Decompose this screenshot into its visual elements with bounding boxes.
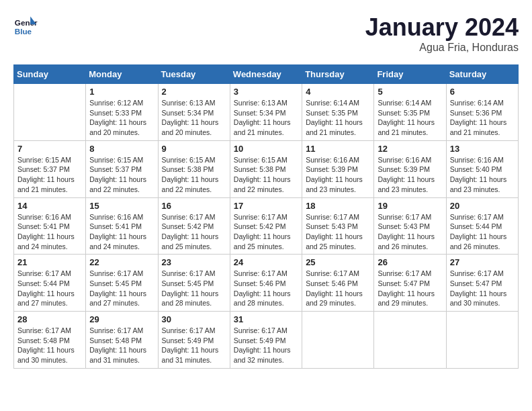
day-number: 19 [378,201,442,211]
page-header: General Blue January 2024 Agua Fria, Hon… [13,13,519,54]
day-number: 30 [162,314,226,324]
calendar-week-4: 21Sunrise: 6:17 AMSunset: 5:44 PMDayligh… [14,255,519,312]
day-number: 28 [17,314,82,324]
day-info: Sunrise: 6:16 AMSunset: 5:39 PMDaylight:… [306,155,370,195]
day-info: Sunrise: 6:17 AMSunset: 5:48 PMDaylight:… [17,326,82,365]
weekday-header-sunday: Sunday [14,65,86,84]
day-number: 5 [378,87,442,97]
day-number: 7 [17,144,82,154]
day-info: Sunrise: 6:17 AMSunset: 5:43 PMDaylight:… [378,212,442,252]
logo-icon: General Blue [13,13,38,38]
day-info: Sunrise: 6:14 AMSunset: 5:35 PMDaylight:… [306,98,370,138]
day-number: 13 [450,144,515,154]
calendar-cell: 20Sunrise: 6:17 AMSunset: 5:44 PMDayligh… [446,197,518,255]
calendar-cell [14,84,86,141]
calendar-week-3: 14Sunrise: 6:16 AMSunset: 5:41 PMDayligh… [14,197,519,255]
day-number: 11 [306,144,370,154]
calendar-week-5: 28Sunrise: 6:17 AMSunset: 5:48 PMDayligh… [14,312,519,369]
day-info: Sunrise: 6:16 AMSunset: 5:41 PMDaylight:… [89,212,154,252]
calendar-cell [302,312,374,369]
day-info: Sunrise: 6:17 AMSunset: 5:42 PMDaylight:… [234,212,298,252]
day-number: 24 [234,257,298,267]
day-info: Sunrise: 6:17 AMSunset: 5:44 PMDaylight:… [450,212,515,252]
calendar-cell: 7Sunrise: 6:15 AMSunset: 5:37 PMDaylight… [14,140,86,197]
weekday-header-tuesday: Tuesday [158,65,230,84]
day-info: Sunrise: 6:15 AMSunset: 5:37 PMDaylight:… [89,155,154,195]
day-info: Sunrise: 6:15 AMSunset: 5:38 PMDaylight:… [234,155,298,195]
calendar-week-1: 1Sunrise: 6:12 AMSunset: 5:33 PMDaylight… [14,84,519,141]
day-info: Sunrise: 6:17 AMSunset: 5:47 PMDaylight:… [450,269,515,308]
calendar-week-2: 7Sunrise: 6:15 AMSunset: 5:37 PMDaylight… [14,140,519,197]
calendar-cell: 14Sunrise: 6:16 AMSunset: 5:41 PMDayligh… [14,197,86,255]
day-info: Sunrise: 6:17 AMSunset: 5:45 PMDaylight:… [89,269,154,308]
day-info: Sunrise: 6:16 AMSunset: 5:40 PMDaylight:… [450,155,515,195]
day-info: Sunrise: 6:17 AMSunset: 5:48 PMDaylight:… [89,326,154,365]
day-info: Sunrise: 6:17 AMSunset: 5:46 PMDaylight:… [306,269,370,308]
calendar-cell: 30Sunrise: 6:17 AMSunset: 5:49 PMDayligh… [158,312,230,369]
calendar-cell [446,312,518,369]
calendar-cell: 29Sunrise: 6:17 AMSunset: 5:48 PMDayligh… [86,312,158,369]
month-title: January 2024 [365,13,519,42]
day-info: Sunrise: 6:14 AMSunset: 5:36 PMDaylight:… [450,98,515,138]
day-number: 17 [234,201,298,211]
calendar-cell: 25Sunrise: 6:17 AMSunset: 5:46 PMDayligh… [302,255,374,312]
weekday-header-friday: Friday [374,65,446,84]
calendar-cell: 6Sunrise: 6:14 AMSunset: 5:36 PMDaylight… [446,84,518,141]
day-number: 6 [450,87,515,97]
calendar-cell: 10Sunrise: 6:15 AMSunset: 5:38 PMDayligh… [230,140,302,197]
day-number: 4 [306,87,370,97]
calendar-cell: 9Sunrise: 6:15 AMSunset: 5:38 PMDaylight… [158,140,230,197]
calendar-cell: 1Sunrise: 6:12 AMSunset: 5:33 PMDaylight… [86,84,158,141]
calendar-cell: 24Sunrise: 6:17 AMSunset: 5:46 PMDayligh… [230,255,302,312]
day-number: 20 [450,201,515,211]
calendar-cell: 17Sunrise: 6:17 AMSunset: 5:42 PMDayligh… [230,197,302,255]
day-number: 22 [89,257,154,267]
day-number: 29 [89,314,154,324]
logo: General Blue [13,13,38,38]
calendar-cell: 15Sunrise: 6:16 AMSunset: 5:41 PMDayligh… [86,197,158,255]
day-number: 23 [162,257,226,267]
calendar-cell: 8Sunrise: 6:15 AMSunset: 5:37 PMDaylight… [86,140,158,197]
calendar-cell: 18Sunrise: 6:17 AMSunset: 5:43 PMDayligh… [302,197,374,255]
day-info: Sunrise: 6:15 AMSunset: 5:38 PMDaylight:… [162,155,226,195]
weekday-header-monday: Monday [86,65,158,84]
day-number: 21 [17,257,82,267]
calendar-cell: 26Sunrise: 6:17 AMSunset: 5:47 PMDayligh… [374,255,446,312]
day-number: 12 [378,144,442,154]
calendar-header: SundayMondayTuesdayWednesdayThursdayFrid… [14,65,519,84]
svg-text:Blue: Blue [15,27,32,36]
weekday-header-thursday: Thursday [302,65,374,84]
calendar-cell [374,312,446,369]
day-info: Sunrise: 6:13 AMSunset: 5:34 PMDaylight:… [234,98,298,138]
title-block: January 2024 Agua Fria, Honduras [365,13,519,54]
day-info: Sunrise: 6:17 AMSunset: 5:44 PMDaylight:… [17,269,82,308]
calendar-cell: 5Sunrise: 6:14 AMSunset: 5:35 PMDaylight… [374,84,446,141]
day-number: 1 [89,87,154,97]
calendar-cell: 23Sunrise: 6:17 AMSunset: 5:45 PMDayligh… [158,255,230,312]
calendar-cell: 13Sunrise: 6:16 AMSunset: 5:40 PMDayligh… [446,140,518,197]
day-number: 10 [234,144,298,154]
calendar-cell: 2Sunrise: 6:13 AMSunset: 5:34 PMDaylight… [158,84,230,141]
day-info: Sunrise: 6:16 AMSunset: 5:39 PMDaylight:… [378,155,442,195]
calendar-cell: 16Sunrise: 6:17 AMSunset: 5:42 PMDayligh… [158,197,230,255]
day-info: Sunrise: 6:17 AMSunset: 5:43 PMDaylight:… [306,212,370,252]
day-number: 31 [234,314,298,324]
calendar-cell: 19Sunrise: 6:17 AMSunset: 5:43 PMDayligh… [374,197,446,255]
day-number: 18 [306,201,370,211]
calendar-cell: 12Sunrise: 6:16 AMSunset: 5:39 PMDayligh… [374,140,446,197]
calendar-table: SundayMondayTuesdayWednesdayThursdayFrid… [13,64,519,369]
day-info: Sunrise: 6:16 AMSunset: 5:41 PMDaylight:… [17,212,82,252]
calendar-cell: 22Sunrise: 6:17 AMSunset: 5:45 PMDayligh… [86,255,158,312]
day-info: Sunrise: 6:17 AMSunset: 5:46 PMDaylight:… [234,269,298,308]
weekday-header-saturday: Saturday [446,65,518,84]
calendar-cell: 27Sunrise: 6:17 AMSunset: 5:47 PMDayligh… [446,255,518,312]
day-info: Sunrise: 6:12 AMSunset: 5:33 PMDaylight:… [89,98,154,138]
calendar-cell: 11Sunrise: 6:16 AMSunset: 5:39 PMDayligh… [302,140,374,197]
day-number: 8 [89,144,154,154]
day-info: Sunrise: 6:17 AMSunset: 5:49 PMDaylight:… [234,326,298,365]
weekday-header-wednesday: Wednesday [230,65,302,84]
calendar-cell: 4Sunrise: 6:14 AMSunset: 5:35 PMDaylight… [302,84,374,141]
day-info: Sunrise: 6:14 AMSunset: 5:35 PMDaylight:… [378,98,442,138]
day-number: 16 [162,201,226,211]
day-number: 9 [162,144,226,154]
